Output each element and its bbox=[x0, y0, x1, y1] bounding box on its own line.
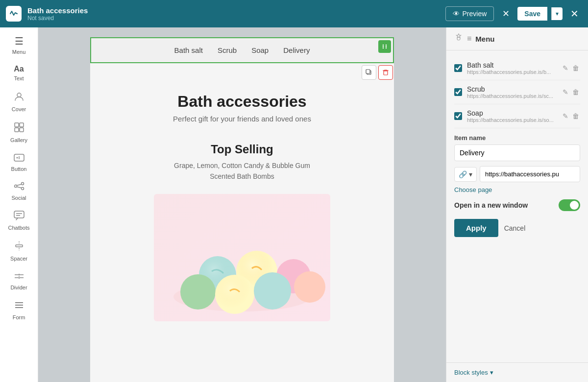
sidebar-item-chatbots[interactable]: Chatbots bbox=[3, 207, 35, 235]
new-window-toggle[interactable] bbox=[559, 199, 580, 211]
choose-page-link[interactable]: Choose page bbox=[454, 186, 492, 193]
right-panel-content: Bath salt https://bathaccessories.pulse.… bbox=[446, 50, 588, 362]
toggle-row: Open in a new window bbox=[454, 199, 580, 211]
svg-point-43 bbox=[254, 272, 291, 310]
svg-rect-2 bbox=[20, 123, 24, 127]
save-dropdown-button[interactable]: ▾ bbox=[551, 7, 563, 20]
menu-item-scrub[interactable]: Scrub bbox=[218, 46, 237, 54]
sidebar-item-label: Text bbox=[14, 75, 24, 81]
right-panel-title: Menu bbox=[475, 35, 494, 43]
nav-item-soap: Soap https://bathaccessories.pulse.is/so… bbox=[454, 104, 580, 128]
delete-soap-button[interactable]: 🗑 bbox=[571, 111, 580, 121]
item-name-input[interactable] bbox=[454, 144, 580, 161]
app-title: Bath accessories bbox=[27, 6, 440, 15]
preview-button[interactable]: 👁 Preview bbox=[445, 6, 494, 21]
settings-button[interactable]: ✕ bbox=[498, 6, 514, 22]
nav-item-soap-checkbox[interactable] bbox=[454, 112, 462, 120]
delete-scrub-button[interactable]: 🗑 bbox=[571, 87, 580, 97]
close-button[interactable]: ✕ bbox=[566, 6, 582, 22]
link-icon: 🔗 bbox=[459, 170, 467, 178]
sidebar-item-social[interactable]: Social bbox=[3, 178, 35, 205]
nav-item-scrub-url: https://bathaccessories.pulse.is/sc... bbox=[467, 93, 557, 99]
section-desc: Grape, Lemon, Cotton Candy & Bubble Gum … bbox=[90, 160, 394, 182]
svg-rect-13 bbox=[14, 211, 24, 218]
sidebar-item-text[interactable]: Aa Text bbox=[3, 61, 35, 85]
eye-icon: 👁 bbox=[453, 10, 460, 18]
right-panel-header: ≡ Menu bbox=[446, 27, 588, 50]
block-styles-label: Block styles bbox=[454, 369, 488, 376]
edit-form: Item name 🔗 ▾ Choose page Open in a new … bbox=[454, 134, 580, 237]
right-panel: ≡ Menu Bath salt https://bathaccessories… bbox=[446, 27, 588, 382]
svg-point-9 bbox=[21, 183, 24, 185]
url-input[interactable] bbox=[480, 166, 580, 182]
url-prefix[interactable]: 🔗 ▾ bbox=[454, 167, 477, 182]
nav-item-soap-info: Soap https://bathaccessories.pulse.is/so… bbox=[467, 109, 557, 123]
svg-point-27 bbox=[383, 48, 384, 48]
text-icon: Aa bbox=[14, 65, 24, 73]
svg-point-26 bbox=[386, 45, 387, 46]
sidebar-item-spacer[interactable]: Spacer bbox=[3, 237, 35, 265]
nav-item-bath-salt-actions: ✎ 🗑 bbox=[562, 63, 580, 73]
apply-button[interactable]: Apply bbox=[454, 219, 498, 237]
sidebar: ☰ Menu Aa Text Cover bbox=[0, 27, 38, 382]
svg-point-0 bbox=[17, 93, 21, 97]
menu-bar: Bath salt Scrub Soap Delivery bbox=[91, 38, 393, 62]
nav-item-bath-salt-checkbox[interactable] bbox=[454, 64, 462, 72]
sidebar-item-button[interactable]: Button bbox=[3, 149, 35, 176]
svg-point-8 bbox=[14, 185, 17, 188]
svg-point-10 bbox=[21, 188, 24, 190]
gallery-icon bbox=[14, 122, 24, 135]
nav-item-scrub: Scrub https://bathaccessories.pulse.is/s… bbox=[454, 80, 580, 104]
sidebar-item-label: Divider bbox=[10, 285, 27, 290]
svg-rect-16 bbox=[16, 245, 23, 247]
edit-bath-salt-button[interactable]: ✎ bbox=[562, 63, 569, 73]
svg-rect-32 bbox=[366, 70, 370, 73]
edit-scrub-button[interactable]: ✎ bbox=[562, 87, 569, 97]
block-styles-button[interactable]: Block styles ▾ bbox=[454, 369, 493, 376]
form-actions: Apply Cancel bbox=[454, 219, 580, 237]
save-button[interactable]: Save bbox=[517, 7, 547, 21]
section-desc-line1: Grape, Lemon, Cotton Candy & Bubble Gum bbox=[174, 162, 310, 169]
sidebar-item-label: Gallery bbox=[10, 137, 27, 143]
page-subtitle: Perfect gift for your friends and loved … bbox=[90, 115, 394, 123]
svg-point-29 bbox=[383, 46, 384, 47]
menu-drag-handle[interactable] bbox=[378, 40, 391, 53]
svg-point-6 bbox=[16, 157, 18, 159]
sidebar-item-label: Cover bbox=[12, 106, 26, 112]
delete-bath-salt-button[interactable]: 🗑 bbox=[571, 63, 580, 73]
nav-item-soap-name: Soap bbox=[467, 109, 557, 117]
sidebar-item-label: Button bbox=[11, 166, 27, 172]
menu-icon: ☰ bbox=[15, 35, 24, 47]
nav-item-soap-actions: ✎ 🗑 bbox=[562, 111, 580, 121]
nav-item-soap-url: https://bathaccessories.pulse.is/so... bbox=[467, 117, 557, 123]
menu-item-soap[interactable]: Soap bbox=[251, 46, 269, 54]
delete-block-button[interactable] bbox=[378, 65, 393, 80]
cancel-button[interactable]: Cancel bbox=[504, 224, 526, 232]
main-layout: ☰ Menu Aa Text Cover bbox=[0, 27, 588, 382]
sidebar-item-label: Form bbox=[13, 314, 25, 320]
menu-bar-actions bbox=[362, 65, 393, 80]
menu-item-delivery[interactable]: Delivery bbox=[283, 46, 310, 54]
sidebar-item-menu[interactable]: ☰ Menu bbox=[3, 31, 35, 59]
nav-item-bath-salt-info: Bath salt https://bathaccessories.pulse.… bbox=[467, 61, 557, 75]
topbar-actions: 👁 Preview ✕ Save ▾ ✕ bbox=[445, 6, 583, 22]
svg-line-11 bbox=[17, 184, 22, 186]
svg-rect-4 bbox=[20, 128, 24, 132]
duplicate-button[interactable] bbox=[362, 65, 376, 80]
svg-point-28 bbox=[386, 48, 387, 48]
section-desc-line2: Scented Bath Bombs bbox=[210, 172, 274, 180]
url-row: 🔗 ▾ bbox=[454, 166, 580, 182]
nav-item-scrub-checkbox[interactable] bbox=[454, 88, 462, 96]
svg-line-12 bbox=[17, 187, 22, 188]
sidebar-item-label: Menu bbox=[12, 49, 26, 55]
edit-soap-button[interactable]: ✎ bbox=[562, 111, 569, 121]
menu-item-bath-salt[interactable]: Bath salt bbox=[174, 46, 203, 54]
sidebar-item-gallery[interactable]: Gallery bbox=[3, 118, 35, 147]
sidebar-item-divider[interactable]: Divider bbox=[3, 267, 35, 294]
sidebar-item-form[interactable]: Form bbox=[3, 296, 35, 324]
svg-rect-1 bbox=[15, 123, 19, 127]
spacer-icon bbox=[14, 240, 24, 254]
title-area: Bath accessories Not saved bbox=[27, 6, 440, 22]
url-prefix-arrow: ▾ bbox=[469, 170, 472, 178]
sidebar-item-cover[interactable]: Cover bbox=[3, 87, 35, 116]
